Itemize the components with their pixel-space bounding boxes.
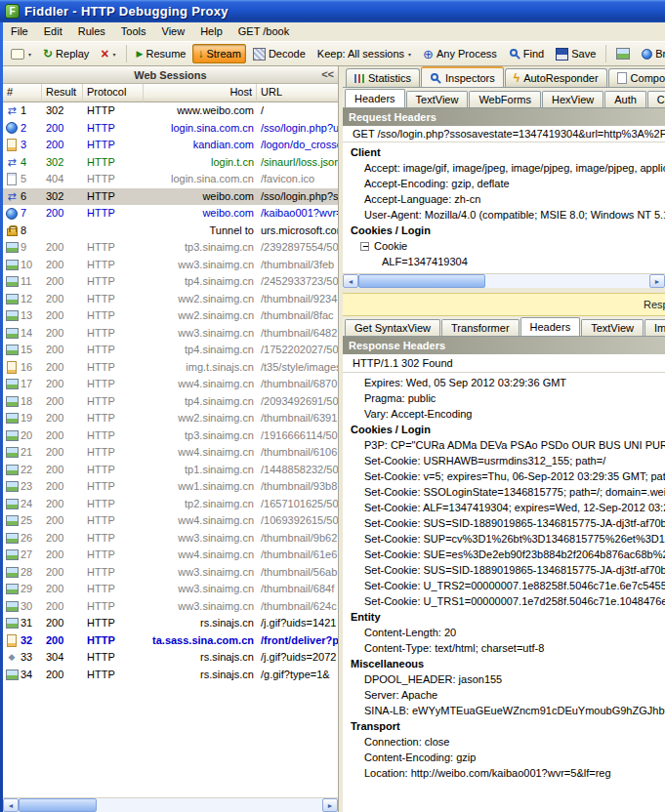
response-tab-headers[interactable]: Headers [520,317,581,337]
scroll-thumb[interactable] [358,274,485,288]
browse-button[interactable]: Browse [637,45,665,62]
comment-button[interactable]: ▾ [6,46,36,62]
menu-get-book[interactable]: GET /book [230,22,297,41]
session-row-21[interactable]: 21200HTTPww4.sinaimg.cn/thumbnail/6106 [3,444,338,462]
remove-sessions-button[interactable]: ▾ [96,46,120,61]
column-header-result[interactable]: Result [42,84,83,102]
session-row-29[interactable]: 29200HTTPww3.sinaimg.cn/thumbnail/684f [3,581,338,598]
session-row-20[interactable]: 20200HTTPtp3.sinaimg.cn/1916666114/50 [3,427,338,445]
column-header-url[interactable]: URL [257,84,338,102]
session-row-33[interactable]: 33304HTTPrs.sinajs.cn/j.gif?uids=2072 [3,649,338,667]
find-button[interactable]: Find [504,45,549,62]
response-tab-transformer[interactable]: Transformer [441,319,520,336]
session-row-12[interactable]: 12200HTTPww2.sinaimg.cn/thumbnail/9234 [3,291,338,308]
any-process-button[interactable]: Any Process [418,44,502,64]
encoding-warning-bar[interactable]: Response is encoded and may need to be d… [343,293,665,316]
session-row-23[interactable]: 23200HTTPww1.sinaimg.cn/thumbnail/93b8 [3,478,338,496]
session-row-22[interactable]: 22200HTTPtp1.sinaimg.cn/1448858232/50 [3,462,338,479]
session-row-19[interactable]: 19200HTTPww2.sinaimg.cn/thumbnail/6391 [3,410,338,427]
request-tab-textview[interactable]: TextView [406,91,469,107]
scroll-left-button[interactable]: ◄ [3,798,19,812]
session-row-14[interactable]: 14200HTTPww3.sinaimg.cn/thumbnail/6482 [3,325,338,343]
tab-statistics[interactable]: Statistics [346,68,420,87]
session-row-17[interactable]: 17200HTTPww4.sinaimg.cn/thumbnail/6870 [3,376,338,393]
request-tab-headers[interactable]: Headers [345,89,405,108]
response-tab-textview[interactable]: TextView [581,319,644,336]
session-row-16[interactable]: 16200HTTPimg.t.sinajs.cn/t35/style/image… [3,359,338,377]
menu-view[interactable]: View [154,22,193,41]
sessions-hscrollbar[interactable]: ◄ ► [3,797,338,812]
request-tab-hexview[interactable]: HexView [542,91,603,107]
request-tab-webforms[interactable]: WebForms [469,91,541,107]
response-tab-imageview[interactable]: ImageView [644,319,665,336]
session-row-13[interactable]: 13200HTTPww2.sinaimg.cn/thumbnail/8fac [3,307,338,325]
request-tab-cookies[interactable]: Cookies [647,91,665,107]
menu-tools[interactable]: Tools [113,22,154,41]
session-row-10[interactable]: 10200HTTPww3.sinaimg.cn/thumbnail/3feb [3,257,338,274]
scroll-thumb[interactable] [19,798,97,812]
scroll-left-button[interactable]: ◄ [343,274,358,288]
tab-inspectors[interactable]: Inspectors [421,66,504,88]
scroll-track[interactable] [358,274,649,288]
menu-edit[interactable]: Edit [36,22,70,41]
column-header-protocol[interactable]: Protocol [83,84,144,102]
column-header-[interactable]: # [3,84,42,102]
menu-help[interactable]: Help [192,22,230,41]
decode-button[interactable]: Decode [248,45,311,63]
session-row-27[interactable]: 27200HTTPww4.sinaimg.cn/thumbnail/61e6 [3,547,338,564]
session-result: 200 [42,137,83,154]
collapse-panel-button[interactable]: << [321,68,334,80]
request-tab-auth[interactable]: Auth [604,91,646,107]
decode-label: Decode [269,48,306,60]
session-row-2[interactable]: 2200HTTPlogin.sina.com.cn/sso/login.php?… [3,120,338,138]
menu-rules[interactable]: Rules [70,22,113,41]
session-row-8[interactable]: 8Tunnel tours.microsoft.com:443 [3,223,338,240]
screenshot-button[interactable] [611,45,635,62]
header-node-cookie[interactable]: Cookie [343,238,665,254]
session-number: 24 [19,496,32,513]
session-row-5[interactable]: 5404HTTPlogin.sina.com.cn/favicon.ico [3,171,338,188]
scroll-track[interactable] [19,798,322,812]
save-button[interactable]: Save [551,45,601,63]
session-row-9[interactable]: 9200HTTPtp3.sinaimg.cn/2392897554/50 [3,239,338,257]
title-bar[interactable]: F Fiddler - HTTP Debugging Proxy [0,0,665,22]
session-number: 23 [19,478,32,496]
session-row-31[interactable]: 31200HTTPrs.sinajs.cn/j.gif?uids=1421 [3,615,338,632]
header-group: Entity [343,609,665,625]
session-number: 17 [19,376,32,393]
session-row-11[interactable]: 11200HTTPtp4.sinaimg.cn/2452933723/50 [3,273,338,291]
column-header-host[interactable]: Host [144,84,257,102]
session-row-25[interactable]: 25200HTTPww4.sinaimg.cn/1069392615/50 [3,512,338,530]
collapse-box-icon[interactable] [360,242,369,251]
response-tab-get-syntaxview[interactable]: Get SyntaxView [345,319,440,336]
session-row-30[interactable]: 30200HTTPww3.sinaimg.cn/thumbnail/624c [3,598,338,616]
session-url: /logon/do_crossdomain [257,137,338,154]
session-row-15[interactable]: 15200HTTPtp4.sinaimg.cn/1752202027/50 [3,342,338,359]
keep-sessions-button[interactable]: Keep: All sessions ▾ [312,45,416,62]
session-number-cell: 25 [3,512,42,530]
scroll-right-button[interactable]: ► [649,274,665,288]
session-row-28[interactable]: 28200HTTPww3.sinaimg.cn/thumbnail/56ab [3,564,338,582]
image-icon [5,600,19,613]
session-row-7[interactable]: 7200HTTPweibo.com/kaibao001?wvr=5&lf=reg [3,205,338,223]
tab-composer[interactable]: Composer [608,68,665,87]
request-hscrollbar[interactable]: ◄ ► [343,273,665,288]
session-row-32[interactable]: 32200HTTPta.sass.sina.com.cn/front/deliv… [3,632,338,650]
menu-file[interactable]: File [3,22,36,41]
replay-button[interactable]: Replay [38,44,94,63]
request-headers-tree: ClientAccept: image/gif, image/jpeg, ima… [343,142,665,273]
session-row-1[interactable]: 1302HTTPwww.weibo.com/ [3,102,338,120]
session-row-6[interactable]: 6302HTTPweibo.com/sso/login.php?ssosaves… [3,188,338,206]
stream-button[interactable]: Stream [192,44,245,63]
tab-autoresponder[interactable]: AutoResponder [505,68,607,87]
session-host: weibo.com [144,188,257,206]
session-row-24[interactable]: 24200HTTPtp2.sinaimg.cn/1657101625/50 [3,496,338,513]
session-row-26[interactable]: 26200HTTPww3.sinaimg.cn/thumbnail/9b62 [3,530,338,548]
session-row-4[interactable]: 4302HTTPlogin.t.cn/sinaurl/loss.json? [3,154,338,172]
resume-button[interactable]: Resume [132,45,191,62]
session-row-18[interactable]: 18200HTTPtp4.sinaimg.cn/2093492691/50 [3,393,338,411]
process-target-icon [423,47,434,61]
session-row-34[interactable]: 34200HTTPrs.sinajs.cn/g.gif?type=1& [3,667,338,684]
scroll-right-button[interactable]: ► [322,798,338,812]
session-row-3[interactable]: 3200HTTPkandian.com/logon/do_crossdomain [3,137,338,154]
